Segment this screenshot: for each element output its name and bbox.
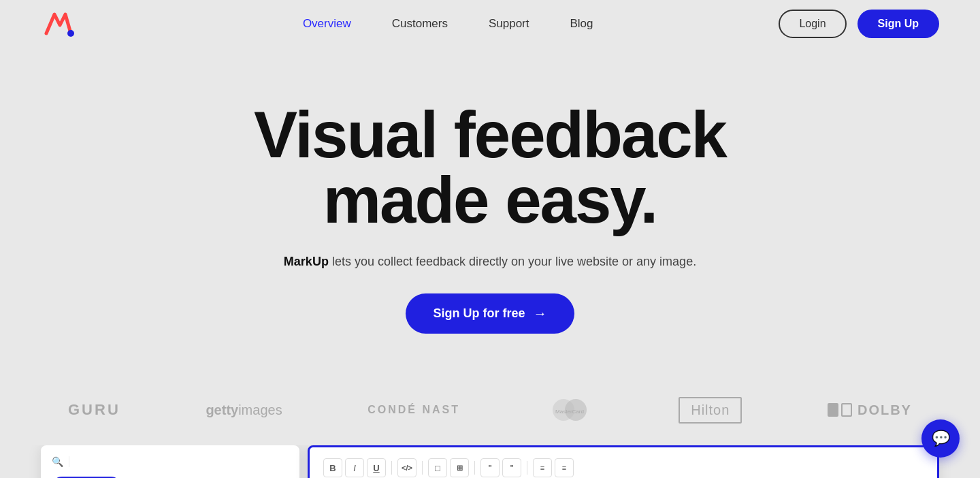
toolbar-list1[interactable]: ≡ bbox=[533, 458, 552, 477]
toolbar-sep-4 bbox=[527, 461, 527, 475]
toolbar-quote1[interactable]: " bbox=[480, 458, 500, 477]
logo-hilton: Hilton bbox=[679, 397, 742, 424]
dolby-squares bbox=[828, 403, 852, 417]
chat-icon: 💬 bbox=[932, 430, 950, 447]
nav-link-blog[interactable]: Blog bbox=[570, 17, 593, 30]
nav-item-blog[interactable]: Blog bbox=[570, 17, 593, 31]
toolbar-sep-3 bbox=[474, 461, 475, 475]
login-button[interactable]: Login bbox=[779, 10, 846, 38]
nav-item-overview[interactable]: Overview bbox=[303, 17, 351, 31]
toolbar-bold[interactable]: B bbox=[323, 458, 342, 477]
logo-conde-nast: CONDÉ NAST bbox=[368, 404, 460, 416]
hero-brand: MarkUp bbox=[284, 255, 329, 268]
hero-title: Visual feedback made easy. bbox=[254, 102, 726, 233]
logo[interactable] bbox=[41, 9, 76, 39]
nav-link-overview[interactable]: Overview bbox=[303, 17, 351, 30]
nav-link-customers[interactable]: Customers bbox=[392, 17, 448, 30]
search-divider bbox=[69, 456, 69, 467]
toolbar-list2[interactable]: ≡ bbox=[555, 458, 574, 477]
nav-links: Overview Customers Support Blog bbox=[303, 17, 593, 31]
toolbar-sep-1 bbox=[391, 461, 392, 475]
toolbar-sep-2 bbox=[422, 461, 423, 475]
logo-mastercard: MasterCard bbox=[546, 395, 593, 425]
dolby-sq-1 bbox=[828, 403, 838, 417]
toolbar-image[interactable]: □ bbox=[428, 458, 447, 477]
dolby-sq-2 bbox=[841, 403, 852, 417]
search-icon: 🔍 bbox=[52, 456, 63, 467]
signup-nav-button[interactable]: Sign Up bbox=[858, 10, 939, 38]
hero-subtitle: MarkUp lets you collect feedback directl… bbox=[284, 255, 696, 269]
nav-right: Login Sign Up bbox=[779, 10, 939, 38]
conde-text: CONDÉ NAST bbox=[368, 404, 460, 416]
toolbar-italic[interactable]: I bbox=[345, 458, 364, 477]
hero-subtitle-rest: lets you collect feedback directly on yo… bbox=[329, 255, 696, 268]
screenshot-area: 🔍 Active 4 Resolved 5 Homepage B I U </>… bbox=[0, 445, 980, 478]
svg-text:MasterCard: MasterCard bbox=[555, 409, 584, 415]
navigation: Overview Customers Support Blog Login Si… bbox=[0, 0, 980, 48]
nav-link-support[interactable]: Support bbox=[489, 17, 529, 30]
nav-center: Overview Customers Support Blog bbox=[262, 17, 593, 31]
logo-gettyimages: gettyimages bbox=[206, 402, 282, 418]
signup-hero-button[interactable]: Sign Up for free → bbox=[406, 293, 574, 334]
toolbar-quote2[interactable]: " bbox=[502, 458, 521, 477]
logo-guru: GURU bbox=[68, 401, 120, 419]
toolbar-table[interactable]: ⊞ bbox=[450, 458, 469, 477]
svg-point-0 bbox=[67, 30, 74, 37]
signup-hero-label: Sign Up for free bbox=[433, 306, 525, 321]
dolby-label: DOLBY bbox=[858, 402, 912, 418]
hilton-text: Hilton bbox=[679, 397, 742, 424]
toolbar-code[interactable]: </> bbox=[397, 458, 416, 477]
dolby-text: DOLBY bbox=[828, 402, 912, 418]
screenshot-search-bar: 🔍 bbox=[52, 456, 289, 467]
chat-button[interactable]: 💬 bbox=[921, 419, 960, 458]
gettyimages-text: gettyimages bbox=[206, 402, 282, 418]
logos-strip: GURU gettyimages CONDÉ NAST MasterCard H… bbox=[0, 375, 980, 445]
guru-text: GURU bbox=[68, 401, 120, 419]
screenshot-right-panel: B I U </> □ ⊞ " " ≡ ≡ bbox=[308, 445, 939, 478]
editor-toolbar: B I U </> □ ⊞ " " ≡ ≡ bbox=[323, 458, 924, 477]
nav-item-customers[interactable]: Customers bbox=[392, 17, 448, 31]
hero-section: Visual feedback made easy. MarkUp lets y… bbox=[0, 48, 980, 375]
screenshot-left-panel: 🔍 Active 4 Resolved 5 Homepage bbox=[41, 445, 299, 478]
signup-hero-arrow: → bbox=[534, 306, 547, 321]
logo-dolby: DOLBY bbox=[828, 402, 912, 418]
nav-item-support[interactable]: Support bbox=[489, 17, 529, 31]
toolbar-underline[interactable]: U bbox=[367, 458, 386, 477]
